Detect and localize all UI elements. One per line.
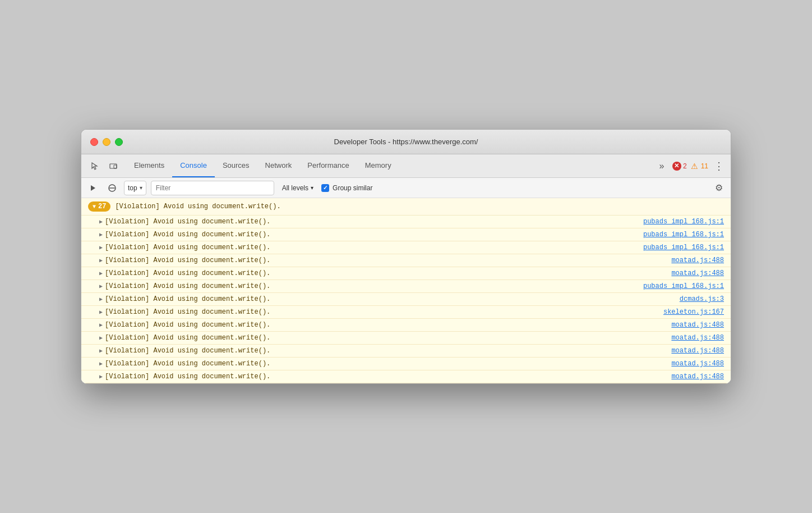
tabs-list: Elements Console Sources Network Perform… (126, 154, 650, 177)
log-row: ▶ [Violation] Avoid using document.write… (81, 216, 731, 228)
group-badge-arrow: ▼ (93, 204, 96, 210)
minimize-button[interactable] (103, 138, 110, 146)
error-icon: ✕ (672, 162, 681, 171)
log-row: ▶ [Violation] Avoid using document.write… (81, 345, 731, 358)
responsive-icon (109, 162, 118, 171)
row-source-link[interactable]: moatad.js:488 (671, 321, 724, 329)
log-row: ▶ [Violation] Avoid using document.write… (81, 306, 731, 319)
levels-arrow-icon: ▾ (311, 185, 313, 191)
row-source-link[interactable]: pubads_impl_168.js:1 (643, 231, 724, 239)
settings-icon: ⚙ (715, 182, 723, 193)
title-bar: Developer Tools - https://www.theverge.c… (81, 130, 731, 154)
row-message: [Violation] Avoid using document.write()… (105, 218, 643, 226)
log-row: ▶ [Violation] Avoid using document.write… (81, 370, 731, 383)
row-expand-arrow[interactable]: ▶ (99, 218, 103, 225)
group-similar-control: Group similar (321, 184, 372, 192)
tab-sources[interactable]: Sources (215, 154, 257, 177)
cursor-tool-button[interactable] (86, 158, 103, 175)
row-source-link[interactable]: pubads_impl_168.js:1 (643, 244, 724, 251)
no-entry-icon (108, 184, 116, 192)
svg-rect-0 (110, 164, 117, 168)
row-source-link[interactable]: skeleton.js:167 (663, 308, 724, 316)
row-expand-arrow[interactable]: ▶ (99, 296, 103, 303)
row-source-link[interactable]: moatad.js:488 (671, 347, 724, 355)
row-source-link[interactable]: moatad.js:488 (671, 256, 724, 264)
toolbar-left (86, 154, 122, 177)
row-source-link[interactable]: moatad.js:488 (671, 373, 724, 381)
log-row: ▶ [Violation] Avoid using document.write… (81, 280, 731, 293)
console-content: ▼ 27 [Violation] Avoid using document.wr… (81, 198, 731, 383)
tab-elements[interactable]: Elements (126, 154, 172, 177)
group-count-badge[interactable]: ▼ 27 (88, 201, 110, 212)
tabs-right: » ✕ 2 ⚠ 11 ⋮ (654, 154, 726, 177)
row-expand-arrow[interactable]: ▶ (99, 322, 103, 328)
tabs-bar: Elements Console Sources Network Perform… (81, 154, 731, 178)
warn-badge: ⚠ 11 (690, 162, 708, 171)
more-tabs-button[interactable]: » (654, 159, 669, 173)
tab-performance[interactable]: Performance (299, 154, 357, 177)
log-row: ▶ [Violation] Avoid using document.write… (81, 332, 731, 345)
row-message: [Violation] Avoid using document.write()… (105, 321, 671, 329)
row-expand-arrow[interactable]: ▶ (99, 257, 103, 264)
devtools-window: Developer Tools - https://www.theverge.c… (81, 129, 731, 384)
execute-icon (89, 184, 97, 192)
row-message: [Violation] Avoid using document.write()… (105, 244, 643, 251)
row-message: [Violation] Avoid using document.write()… (105, 282, 643, 290)
log-row: ▶ [Violation] Avoid using document.write… (81, 319, 731, 332)
row-expand-arrow[interactable]: ▶ (99, 244, 103, 251)
group-similar-checkbox[interactable] (321, 184, 329, 192)
row-expand-arrow[interactable]: ▶ (99, 309, 103, 315)
row-source-link[interactable]: moatad.js:488 (671, 360, 724, 368)
log-row: ▶ [Violation] Avoid using document.write… (81, 267, 731, 280)
clear-console-button[interactable] (86, 181, 100, 195)
tab-memory[interactable]: Memory (357, 154, 399, 177)
row-message: [Violation] Avoid using document.write()… (105, 347, 671, 355)
row-expand-arrow[interactable]: ▶ (99, 283, 103, 290)
group-header-message: [Violation] Avoid using document.write()… (115, 203, 280, 210)
row-message: [Violation] Avoid using document.write()… (105, 231, 643, 239)
responsive-tool-button[interactable] (105, 158, 122, 175)
row-expand-arrow[interactable]: ▶ (99, 231, 103, 238)
log-rows-container: ▶ [Violation] Avoid using document.write… (81, 216, 731, 383)
log-row: ▶ [Violation] Avoid using document.write… (81, 241, 731, 254)
row-message: [Violation] Avoid using document.write()… (105, 360, 671, 368)
violation-group-header: ▼ 27 [Violation] Avoid using document.wr… (81, 198, 731, 216)
console-toolbar: top ▾ All levels ▾ Group similar ⚙ (81, 178, 731, 198)
row-expand-arrow[interactable]: ▶ (99, 335, 103, 341)
warn-icon: ⚠ (690, 162, 699, 171)
dropdown-arrow-icon: ▾ (140, 185, 142, 191)
row-source-link[interactable]: moatad.js:488 (671, 269, 724, 277)
filter-input[interactable] (151, 181, 274, 195)
traffic-lights (90, 138, 123, 146)
svg-rect-1 (114, 165, 117, 168)
log-row: ▶ [Violation] Avoid using document.write… (81, 358, 731, 370)
row-message: [Violation] Avoid using document.write()… (105, 295, 680, 303)
no-entry-button[interactable] (105, 181, 119, 195)
row-message: [Violation] Avoid using document.write()… (105, 373, 671, 381)
row-source-link[interactable]: moatad.js:488 (671, 334, 724, 342)
tab-console[interactable]: Console (172, 154, 215, 177)
row-expand-arrow[interactable]: ▶ (99, 373, 103, 380)
row-source-link[interactable]: dcmads.js:3 (680, 295, 724, 303)
row-message: [Violation] Avoid using document.write()… (105, 269, 671, 277)
log-row: ▶ [Violation] Avoid using document.write… (81, 254, 731, 267)
levels-dropdown-button[interactable]: All levels ▾ (279, 181, 317, 195)
row-expand-arrow[interactable]: ▶ (99, 360, 103, 367)
row-expand-arrow[interactable]: ▶ (99, 347, 103, 354)
row-message: [Violation] Avoid using document.write()… (105, 308, 663, 316)
log-row: ▶ [Violation] Avoid using document.write… (81, 228, 731, 241)
row-expand-arrow[interactable]: ▶ (99, 270, 103, 277)
cursor-icon (90, 162, 99, 171)
row-source-link[interactable]: pubads_impl_168.js:1 (643, 218, 724, 226)
row-source-link[interactable]: pubads_impl_168.js:1 (643, 282, 724, 290)
maximize-button[interactable] (115, 138, 123, 146)
row-message: [Violation] Avoid using document.write()… (105, 256, 671, 264)
tab-network[interactable]: Network (257, 154, 300, 177)
console-settings-button[interactable]: ⚙ (712, 181, 726, 195)
close-button[interactable] (90, 138, 98, 146)
svg-marker-2 (91, 185, 95, 191)
context-selector[interactable]: top ▾ (124, 181, 146, 195)
devtools-menu-button[interactable]: ⋮ (712, 160, 726, 172)
window-title: Developer Tools - https://www.theverge.c… (334, 138, 478, 146)
log-row: ▶ [Violation] Avoid using document.write… (81, 293, 731, 306)
